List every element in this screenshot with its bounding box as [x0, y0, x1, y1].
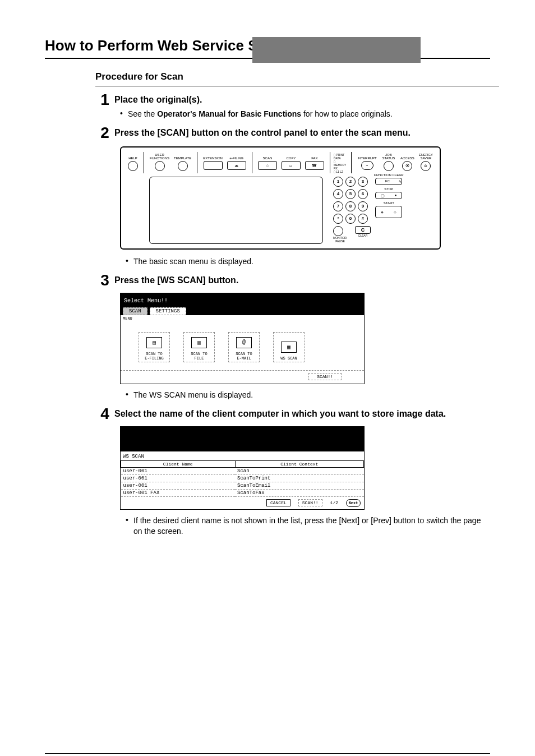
help-button[interactable]: HELP	[128, 152, 138, 171]
ws-scan-header-black	[121, 427, 364, 451]
access-button[interactable]: ACCESS⦿	[400, 152, 414, 171]
template-button[interactable]: TEMPLATE	[174, 152, 191, 171]
bullet-text-pre: See the	[128, 109, 157, 118]
bullet-text-bold: Operator's Manual for Basic Functions	[157, 109, 301, 118]
step-1: 1 Place the original(s). • See the Opera…	[95, 92, 490, 119]
step-3: 3 Press the [WS SCAN] button.	[95, 273, 490, 288]
copy-button[interactable]: COPY▭	[282, 152, 301, 170]
user-functions-button[interactable]: USER FUNCTIONS	[150, 152, 169, 171]
table-row[interactable]: user-001ScanToPrint	[121, 474, 364, 482]
step4-after-bullet: •If the desired client name is not shown…	[126, 515, 490, 537]
scan-action-button[interactable]: SCAN!!	[308, 373, 342, 380]
ws-scan-screenshot: WS SCAN Client Name Client Context user-…	[120, 426, 365, 510]
bullet-text-post: for how to place originals.	[301, 109, 393, 118]
table-row[interactable]: user-001ScanToEmail	[121, 482, 364, 489]
page: How to Perform Web Service Scan Operatio…	[0, 37, 535, 756]
ws-scan-action-button[interactable]: SCAN!!	[298, 499, 322, 506]
numeric-keypad[interactable]: 1 2 3 4 5 6 7 8 9 * 0 #	[333, 177, 371, 224]
keypad-6[interactable]: 6	[358, 189, 368, 199]
keypad-3[interactable]: 3	[358, 177, 368, 187]
step-number: 2	[95, 125, 114, 141]
keypad-7[interactable]: 7	[333, 201, 343, 211]
procedure-rule	[95, 86, 499, 86]
page-indicator: 1/2	[330, 500, 338, 505]
extension-button[interactable]: EXTENSION	[203, 152, 223, 170]
step-heading: Press the [SCAN] button on the control p…	[114, 127, 490, 139]
step-heading: Press the [WS SCAN] button.	[114, 275, 490, 286]
grey-tab-block	[252, 37, 421, 63]
cancel-button[interactable]: CANCEL	[266, 499, 290, 506]
job-status-button[interactable]: JOB STATUS	[381, 152, 396, 171]
scan-to-file-button[interactable]: ▥SCAN TO FILE	[183, 332, 215, 362]
table-row[interactable]: user-001 FAXScanToFax	[121, 489, 364, 496]
menu-label: MENU	[121, 315, 364, 322]
footer-rule	[45, 753, 490, 754]
step-heading: Select the name of the client computer i…	[114, 408, 490, 420]
next-button[interactable]: Next	[346, 499, 361, 507]
keypad-5[interactable]: 5	[345, 189, 356, 199]
efiling-button[interactable]: e-FILING☁	[227, 152, 246, 170]
ws-scan-label: WS SCAN	[121, 451, 364, 460]
keypad-1[interactable]: 1	[333, 177, 343, 187]
keypad-8[interactable]: 8	[345, 201, 356, 211]
keypad-hash[interactable]: #	[358, 214, 368, 224]
keypad-9[interactable]: 9	[358, 201, 368, 211]
fax-button[interactable]: FAX☎	[305, 152, 324, 170]
scan-button[interactable]: SCAN⌂	[258, 152, 277, 170]
interrupt-button[interactable]: INTERRUPT≈	[357, 152, 376, 170]
clear-button[interactable]: C	[355, 226, 371, 234]
step1-bullet: • See the Operator's Manual for Basic Fu…	[120, 109, 490, 119]
top-accent-bar	[0, 37, 535, 63]
procedure-title: Procedure for Scan	[95, 71, 490, 82]
col-client-name: Client Name	[121, 460, 236, 467]
function-clear-button[interactable]: FC✎	[375, 178, 402, 185]
step-heading: Place the original(s).	[114, 94, 490, 105]
table-row[interactable]: user-001Scan	[121, 467, 364, 474]
scan-menu-screenshot: Select Menu!! SCAN SETTINGS MENU ▤SCAN T…	[120, 293, 365, 384]
keypad-star[interactable]: *	[333, 214, 343, 224]
step-number: 1	[95, 92, 114, 108]
step-number: 3	[95, 273, 114, 288]
tab-settings[interactable]: SETTINGS	[150, 307, 186, 315]
scan-to-efiling-button[interactable]: ▤SCAN TO E-FILING	[139, 332, 170, 362]
panel-touchscreen[interactable]	[149, 177, 323, 244]
step2-after-bullet: •The basic scan menu is displayed.	[126, 256, 490, 267]
start-button[interactable]: ◈◇	[375, 206, 402, 218]
monitor-pause-button[interactable]	[333, 226, 343, 236]
step3-after-bullet: •The WS SCAN menu is displayed.	[126, 390, 490, 400]
step-4: 4 Select the name of the client computer…	[95, 406, 490, 422]
col-client-context: Client Context	[235, 460, 364, 467]
keypad-4[interactable]: 4	[333, 189, 343, 199]
client-table: Client Name Client Context user-001Scan …	[121, 460, 364, 497]
keypad-2[interactable]: 2	[345, 177, 356, 187]
keypad-0[interactable]: 0	[345, 214, 356, 224]
scan-to-email-button[interactable]: @SCAN TO E-MAIL	[228, 332, 260, 362]
tab-scan[interactable]: SCAN	[123, 307, 147, 315]
stop-button[interactable]: ◯●	[375, 192, 402, 199]
scan-menu-title: Select Menu!!	[121, 293, 364, 305]
control-panel-figure: HELP USER FUNCTIONS TEMPLATE EXTENSION e…	[120, 146, 441, 250]
ws-scan-button[interactable]: ▦WS SCAN	[273, 332, 305, 362]
status-indicators: ▯ PRINT DATA ▯ MEMORY RX ▯ L1 L2	[334, 153, 348, 173]
energy-saver-button[interactable]: ENERGY SAVER⊘	[419, 152, 433, 171]
step-2: 2 Press the [SCAN] button on the control…	[95, 125, 490, 141]
step-number: 4	[95, 406, 114, 422]
